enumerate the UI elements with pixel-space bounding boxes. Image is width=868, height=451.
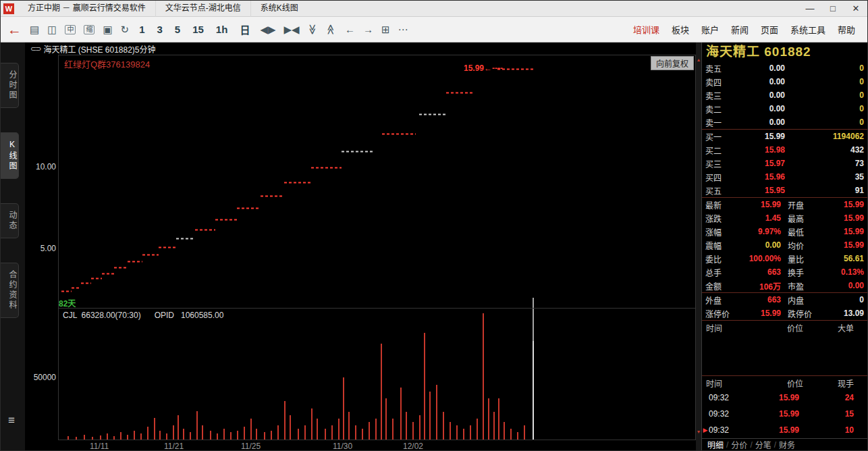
scroll-up-icon[interactable]: ▲: [696, 57, 701, 62]
zoom-out-icon[interactable]: ◀▶: [260, 24, 275, 34]
quote-panel-tabs: 明细 / 分价 / 分笔 / 财务: [702, 438, 867, 450]
forward-adjust-button[interactable]: 向前复权: [651, 56, 694, 70]
stat-label: 市盈: [788, 280, 819, 292]
maximize-button[interactable]: □: [821, 1, 844, 16]
menu-item-help[interactable]: 帮助: [838, 23, 855, 36]
menu-item-training[interactable]: 培训课: [633, 23, 659, 36]
bid3-label: 买三: [705, 158, 734, 169]
stat-value: 1.45: [738, 213, 781, 223]
chevron-up-icon[interactable]: ≪: [327, 24, 337, 35]
bid4-qty: 35: [785, 172, 864, 182]
layout-icon[interactable]: ▤: [30, 24, 39, 34]
bid-row: 买四 15.96 35: [702, 170, 867, 184]
chart-canvas[interactable]: [25, 43, 696, 451]
center-icon[interactable]: 中: [65, 25, 76, 34]
refresh-icon[interactable]: ↻: [121, 24, 130, 34]
stat-value: 56.61: [819, 254, 864, 263]
stat-label: 均价: [788, 240, 819, 251]
kline-window-tab[interactable]: 系统K线图: [250, 1, 308, 17]
stat-label: 涨跌: [705, 213, 738, 224]
menu-item-pages[interactable]: 页面: [761, 23, 778, 36]
quote-panel: 海天精工 601882 卖五 0.00 0 卖四 0.00 0 卖三 0.00 …: [701, 43, 867, 450]
ask3-qty: 0: [785, 90, 864, 100]
bid2-label: 买二: [705, 144, 734, 156]
header-price: 价位: [751, 322, 803, 334]
app-title-tab[interactable]: 方正中期 － 赢顺云行情交易软件: [18, 1, 155, 17]
stat-row: 外盘 663 内盘 0: [702, 293, 867, 307]
stat-value: 0.00: [738, 240, 781, 250]
hamburger-menu-icon[interactable]: ≡: [8, 414, 15, 427]
ask4-qty: 0: [785, 77, 864, 86]
back-icon[interactable]: ←: [7, 22, 22, 36]
stat-label: 震幅: [705, 240, 738, 251]
ask1-label: 卖一: [705, 117, 734, 128]
bid2-price: 15.98: [734, 145, 785, 155]
period-button-day[interactable]: 日: [238, 22, 252, 36]
stat-label: 金额: [705, 280, 738, 292]
node-tab[interactable]: 文华云节点-湖北电信: [155, 1, 250, 17]
menu-item-sectors[interactable]: 板块: [672, 23, 689, 36]
tab-finance[interactable]: 财务: [779, 439, 795, 450]
bid-row: 买三 15.97 73: [702, 157, 867, 170]
menu-item-account[interactable]: 账户: [701, 23, 719, 36]
menu-item-system-tools[interactable]: 系统工具: [790, 23, 825, 36]
more-icon[interactable]: ⋯: [398, 24, 408, 34]
bid4-label: 买四: [705, 171, 734, 183]
app-logo-icon: W: [3, 3, 14, 14]
volume-tick-50000: 50000: [25, 373, 56, 382]
scroll-right-icon[interactable]: →: [363, 24, 373, 34]
scroll-left-icon[interactable]: ←: [345, 24, 355, 34]
chart-symbol-header: ⊂⊃ 海天精工 (SHSE 601882)5分钟: [30, 43, 156, 55]
sidebar-tab-kline[interactable]: K线图: [1, 132, 19, 179]
stat-label: 换手: [788, 267, 819, 278]
sidebar-tab-contract-info[interactable]: 合约资料: [1, 263, 19, 318]
ask3-price: 0.00: [734, 90, 785, 100]
ask5-qty: 0: [785, 63, 864, 73]
ask1-price: 0.00: [734, 117, 785, 127]
shrink-icon[interactable]: 缩: [84, 25, 94, 34]
tick-row: 09:32 15.99 24: [702, 390, 867, 406]
chevrons-down-icon[interactable]: ≫: [308, 24, 318, 35]
x-tick-label: 11/25: [241, 442, 261, 451]
bid1-label: 买一: [705, 131, 734, 142]
tab-detail[interactable]: 明细: [707, 439, 724, 450]
left-sidebar: 分时图 K线图 动态 合约资料 ≡: [1, 43, 25, 450]
tab-price-dist[interactable]: 分价: [731, 439, 747, 450]
tick-row: ▶ 09:32 15.99 10: [702, 422, 867, 438]
minimize-button[interactable]: —: [798, 1, 821, 16]
tab-tick[interactable]: 分笔: [755, 439, 771, 450]
header-time: 时间: [706, 377, 751, 389]
scroll-down-icon[interactable]: ▼: [696, 429, 701, 434]
tick-time: 09:32: [709, 393, 747, 402]
chart-pane: ⊂⊃ 海天精工 (SHSE 601882)5分钟 红绿灯Q群376139824 …: [25, 43, 696, 451]
menu-item-news[interactable]: 新闻: [731, 23, 749, 36]
bid3-price: 15.97: [734, 159, 785, 168]
stat-label: 涨停价: [705, 308, 738, 319]
ask4-label: 卖四: [705, 76, 734, 88]
close-button[interactable]: ✕: [844, 1, 867, 16]
stat-value: 9.97%: [738, 227, 781, 236]
period-button-1min[interactable]: 1: [137, 24, 146, 35]
sidebar-tab-dynamic[interactable]: 动态: [1, 203, 19, 238]
stat-value: 0.13%: [819, 267, 864, 277]
bid4-price: 15.96: [734, 172, 785, 182]
ask5-price: 0.00: [734, 63, 785, 73]
tick-price: 15.99: [747, 393, 799, 402]
period-button-5min[interactable]: 5: [173, 24, 182, 35]
stat-value: 106万: [738, 280, 781, 292]
toolbar-menu: 培训课 板块 账户 新闻 页面 系统工具 帮助: [633, 23, 861, 36]
sidebar-tab-timeline[interactable]: 分时图: [1, 63, 19, 108]
stat-value: 15.99: [819, 240, 864, 250]
tick-volume: 15: [799, 409, 854, 419]
header-big-order: 大单: [803, 322, 854, 334]
period-button-1h[interactable]: 1h: [214, 24, 230, 35]
zoom-in-icon[interactable]: ▶◀: [283, 24, 299, 34]
header-time: 时间: [706, 322, 751, 334]
chart-mode-icon[interactable]: ◫: [47, 24, 57, 34]
period-button-15min[interactable]: 15: [190, 24, 206, 35]
save-icon[interactable]: ▣: [103, 24, 112, 34]
grid-icon[interactable]: ⊞: [381, 24, 390, 34]
chart-scrollbar[interactable]: ▲ ▼: [696, 43, 701, 450]
period-button-3min[interactable]: 3: [155, 24, 164, 35]
stat-label: 最低: [788, 226, 819, 238]
